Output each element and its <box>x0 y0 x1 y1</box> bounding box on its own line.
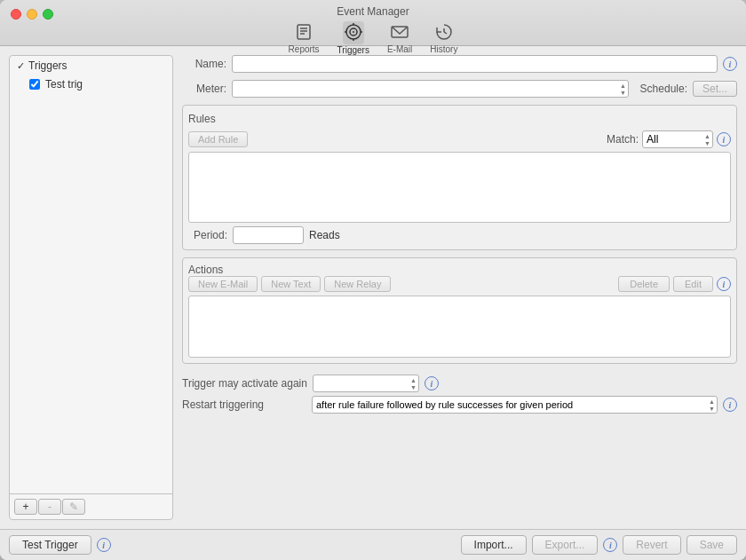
test-trigger-button[interactable]: Test Trigger <box>9 535 91 555</box>
period-row: Period: Reads <box>188 223 731 244</box>
minimize-button[interactable] <box>27 9 37 20</box>
checkmark-icon: ✓ <box>17 60 25 72</box>
rules-list <box>188 152 731 223</box>
name-input[interactable] <box>232 55 718 73</box>
actions-section: Actions New E-Mail New Text New Relay De… <box>182 257 737 364</box>
save-button[interactable]: Save <box>686 535 737 555</box>
schedule-set-button[interactable]: Set... <box>693 81 737 97</box>
match-label: Match: <box>607 133 639 146</box>
svg-line-13 <box>444 32 447 34</box>
name-label: Name: <box>182 58 226 70</box>
tab-history-label: History <box>430 44 457 54</box>
meter-select[interactable] <box>232 80 629 98</box>
trigger-checkbox[interactable] <box>29 79 40 90</box>
export-button[interactable]: Export... <box>532 535 599 555</box>
svg-point-6 <box>353 31 354 33</box>
restart-trigger-label: Restart triggering <box>182 398 306 411</box>
sidebar-spacer <box>10 93 172 493</box>
footer-info-button[interactable]: i <box>97 538 111 552</box>
maximize-button[interactable] <box>43 9 53 20</box>
close-button[interactable] <box>11 9 21 20</box>
delete-action-button[interactable]: Delete <box>618 276 670 292</box>
traffic-lights <box>11 9 53 20</box>
edit-action-button[interactable]: Edit <box>673 276 713 292</box>
bottom-rows: Trigger may activate again ▲▼ i Restart … <box>182 375 737 414</box>
window-title: Event Manager <box>337 5 409 18</box>
name-row: Name: i <box>182 55 737 73</box>
new-relay-button[interactable]: New Relay <box>324 276 391 292</box>
tab-triggers[interactable]: Triggers <box>337 21 369 55</box>
import-button[interactable]: Import... <box>461 535 527 555</box>
meter-row: Meter: ▲▼ Schedule: Set... <box>182 80 737 98</box>
schedule-label: Schedule: <box>634 83 687 95</box>
edit-trigger-button[interactable]: ✎ <box>62 499 85 515</box>
trigger-activate-info-button[interactable]: i <box>425 376 439 390</box>
add-trigger-button[interactable]: + <box>14 499 37 515</box>
svg-rect-0 <box>298 25 310 39</box>
match-info-button[interactable]: i <box>717 132 731 146</box>
trigger-activate-label: Trigger may activate again <box>182 377 307 390</box>
tab-history[interactable]: History <box>430 22 457 54</box>
toolbar: Reports Triggers <box>289 21 458 55</box>
add-rule-button[interactable]: Add Rule <box>188 131 248 147</box>
main-panel: Name: i Meter: ▲▼ Schedule: Set... <box>182 55 737 520</box>
footer-bar: Test Trigger i Import... Export... i Rev… <box>0 529 746 560</box>
actions-list <box>188 296 731 358</box>
rules-header: Rules <box>188 111 731 127</box>
restart-trigger-row: Restart triggering after rule failure fo… <box>182 396 737 414</box>
restart-trigger-select[interactable]: after rule failure followed by rule succ… <box>312 396 718 414</box>
sidebar: ✓ Triggers Test trig + - ✎ <box>9 55 173 520</box>
actions-toolbar: New E-Mail New Text New Relay Delete Edi… <box>188 276 731 292</box>
name-info-button[interactable]: i <box>723 57 737 71</box>
trigger-item-label: Test trig <box>45 78 83 91</box>
sidebar-header: ✓ Triggers <box>10 56 172 75</box>
period-label: Period: <box>188 229 227 241</box>
content-area: ✓ Triggers Test trig + - ✎ Name: i <box>0 46 746 529</box>
remove-trigger-button[interactable]: - <box>38 499 61 515</box>
new-email-button[interactable]: New E-Mail <box>188 276 258 292</box>
trigger-activate-select[interactable] <box>313 375 419 392</box>
match-row: Match: All Any ▲▼ i <box>607 130 731 148</box>
trigger-checkbox-wrap <box>29 79 40 90</box>
main-window: Event Manager Reports <box>0 0 746 560</box>
tab-triggers-label: Triggers <box>337 45 369 55</box>
sidebar-triggers-label: Triggers <box>28 59 67 72</box>
tab-email[interactable]: E-Mail <box>387 22 412 54</box>
actions-info-button[interactable]: i <box>717 277 731 291</box>
rules-label: Rules <box>188 111 216 127</box>
sidebar-footer: + - ✎ <box>10 493 172 519</box>
trigger-activate-row: Trigger may activate again ▲▼ i <box>182 375 737 392</box>
tab-reports[interactable]: Reports <box>289 22 320 54</box>
restart-trigger-info-button[interactable]: i <box>723 398 737 412</box>
export-info-button[interactable]: i <box>603 538 617 552</box>
meter-label: Meter: <box>182 83 226 95</box>
period-input[interactable] <box>233 226 304 244</box>
revert-button[interactable]: Revert <box>623 535 680 555</box>
tab-reports-label: Reports <box>289 44 320 54</box>
sidebar-item-test-trig[interactable]: Test trig <box>10 75 172 93</box>
tab-email-label: E-Mail <box>387 44 412 54</box>
titlebar: Event Manager Reports <box>0 0 746 46</box>
rules-section: Rules Add Rule Match: All Any ▲▼ <box>182 105 737 250</box>
match-select[interactable]: All Any <box>642 130 713 148</box>
new-text-button[interactable]: New Text <box>261 276 321 292</box>
reads-label: Reads <box>309 229 340 241</box>
rules-controls: Add Rule Match: All Any ▲▼ i <box>188 130 731 148</box>
